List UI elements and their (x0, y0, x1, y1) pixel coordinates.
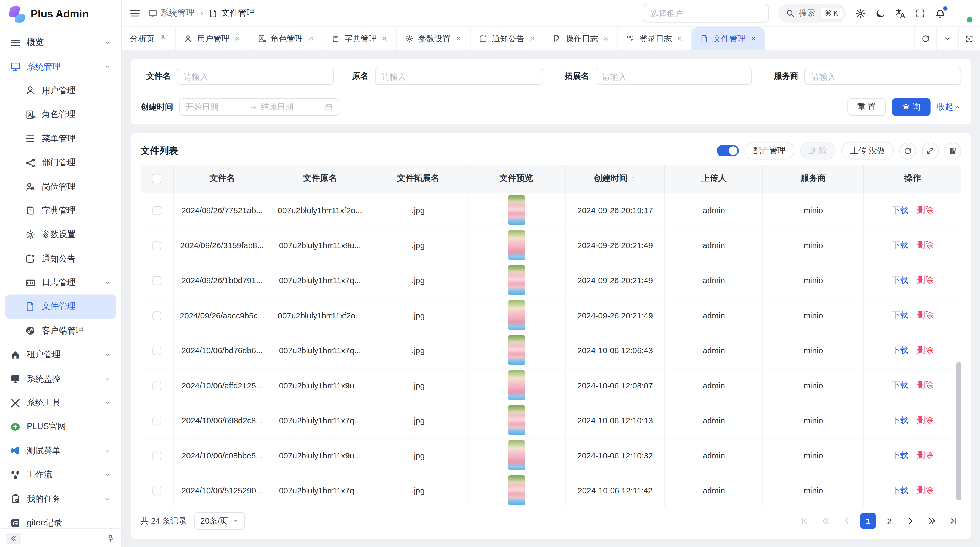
page-button-2[interactable]: 2 (881, 513, 897, 529)
hamburger-icon[interactable] (129, 8, 140, 19)
reset-button[interactable]: 重 置 (848, 98, 886, 115)
download-link[interactable]: 下载 (892, 450, 908, 459)
download-link[interactable]: 下载 (892, 485, 908, 495)
download-link[interactable]: 下载 (892, 205, 908, 214)
close-icon[interactable] (750, 35, 757, 42)
tab-fullscreen-button[interactable] (958, 27, 980, 50)
close-icon[interactable] (529, 35, 535, 42)
filter-input-orig-name[interactable] (375, 67, 543, 85)
breadcrumb-section[interactable]: 系统管理 (148, 8, 194, 19)
sidebar-item-dept-mgmt[interactable]: 部门管理 (5, 151, 116, 175)
collapse-filter-link[interactable]: 收起 (937, 101, 961, 113)
upload-button[interactable]: 上传 没做 (842, 142, 894, 159)
row-checkbox[interactable] (153, 276, 161, 285)
row-checkbox[interactable] (153, 451, 161, 460)
download-link[interactable]: 下载 (892, 415, 908, 424)
tab-analysis[interactable]: 分析页 (122, 27, 176, 50)
first-page-button[interactable] (796, 513, 813, 529)
search-button[interactable]: 查 询 (892, 98, 931, 115)
preview-thumbnail[interactable] (508, 265, 525, 295)
tab-oplog[interactable]: 操作日志 (544, 27, 618, 50)
delete-link[interactable]: 删除 (917, 345, 933, 354)
sidebar-item-client-mgmt[interactable]: 客户端管理 (5, 319, 116, 343)
row-checkbox[interactable] (153, 416, 161, 425)
close-icon[interactable] (308, 35, 314, 42)
close-icon[interactable] (603, 35, 609, 42)
user-avatar[interactable] (955, 5, 972, 22)
sidebar-item-post-mgmt[interactable]: 岗位管理 (5, 175, 116, 199)
page-button-1[interactable]: 1 (860, 513, 876, 529)
sidebar-collapse-button[interactable] (6, 533, 21, 544)
tenant-select-input[interactable] (644, 4, 768, 22)
sidebar-item-log-mgmt[interactable]: 日志管理 (5, 271, 116, 295)
sidebar-item-file-mgmt[interactable]: 文件管理 (5, 295, 116, 319)
breadcrumb-page[interactable]: 文件管理 (209, 8, 255, 19)
filter-input-ext-name[interactable] (595, 67, 752, 85)
sidebar-item-param-config[interactable]: 参数设置 (5, 223, 116, 247)
select-all-checkbox[interactable] (152, 174, 161, 183)
table-expand-button[interactable] (922, 142, 939, 159)
page-size-select[interactable]: 20条/页 (194, 512, 245, 529)
row-checkbox[interactable] (153, 241, 161, 250)
next-5-pages-button[interactable] (924, 513, 940, 529)
column-settings-button[interactable] (944, 142, 961, 159)
sidebar-item-test-menu[interactable]: 测试菜单 (5, 439, 116, 463)
delete-link[interactable]: 删除 (917, 310, 933, 319)
tab-user[interactable]: 用户管理 (176, 27, 249, 50)
row-checkbox[interactable] (153, 346, 161, 355)
delete-link[interactable]: 删除 (917, 275, 933, 284)
sidebar-item-gitee-log[interactable]: gitee记录 (5, 511, 116, 528)
delete-link[interactable]: 删除 (917, 415, 933, 424)
delete-link[interactable]: 删除 (917, 380, 933, 389)
preview-thumbnail[interactable] (508, 300, 525, 330)
download-link[interactable]: 下载 (892, 275, 908, 284)
sidebar-item-overview[interactable]: 概览 (5, 31, 116, 55)
search-panel-toggle[interactable] (717, 145, 738, 156)
sort-icon[interactable] (630, 174, 636, 184)
close-icon[interactable] (381, 35, 388, 42)
delete-link[interactable]: 删除 (917, 450, 933, 459)
delete-link[interactable]: 删除 (917, 205, 933, 214)
preview-thumbnail[interactable] (508, 335, 525, 365)
tab-param[interactable]: 参数设置 (397, 27, 471, 50)
preview-thumbnail[interactable] (508, 475, 525, 506)
sidebar-item-plus-site[interactable]: PLUS官网 (5, 415, 116, 439)
download-link[interactable]: 下载 (892, 310, 908, 319)
prev-5-pages-button[interactable] (818, 513, 834, 529)
tab-dict[interactable]: 字典管理 (323, 27, 397, 50)
filter-input-provider[interactable] (804, 67, 961, 85)
scrollbar-thumb[interactable] (956, 362, 961, 501)
sidebar-item-dict-mgmt[interactable]: 字典管理 (5, 199, 116, 223)
notifications-bell-icon[interactable] (935, 8, 946, 19)
close-icon[interactable] (455, 35, 462, 42)
filter-input-file-name[interactable] (177, 67, 334, 85)
download-link[interactable]: 下载 (892, 345, 908, 354)
sidebar-item-sys-tools[interactable]: 系统工具 (5, 391, 116, 415)
download-link[interactable]: 下载 (892, 380, 908, 389)
sidebar-item-tenant-mgmt[interactable]: 租户管理 (5, 343, 116, 367)
sidebar-pin-icon[interactable] (106, 534, 115, 543)
row-checkbox[interactable] (153, 381, 161, 390)
close-icon[interactable] (676, 35, 683, 42)
preview-thumbnail[interactable] (508, 370, 525, 400)
sidebar-item-sys-monitor[interactable]: 系统监控 (5, 367, 116, 391)
sidebar-item-user-mgmt[interactable]: 用户管理 (5, 79, 116, 103)
date-range-picker[interactable]: 开始日期 结束日期 (180, 98, 339, 115)
row-checkbox[interactable] (153, 486, 161, 495)
download-link[interactable]: 下载 (892, 240, 908, 250)
tab-notice[interactable]: 通知公告 (471, 27, 544, 50)
preview-thumbnail[interactable] (508, 440, 525, 470)
prev-page-button[interactable] (839, 513, 855, 529)
tab-menu-button[interactable] (936, 27, 958, 50)
dark-mode-moon-icon[interactable] (875, 8, 886, 19)
last-page-button[interactable] (945, 513, 961, 529)
config-manage-button[interactable]: 配置管理 (744, 142, 794, 159)
sidebar-item-my-tasks[interactable]: 我的任务 (5, 487, 116, 511)
sidebar-item-system-mgmt[interactable]: 系统管理 (5, 55, 116, 79)
row-checkbox[interactable] (153, 311, 161, 320)
tab-refresh-button[interactable] (915, 27, 936, 50)
next-page-button[interactable] (902, 513, 919, 529)
language-translate-icon[interactable] (895, 8, 906, 19)
table-refresh-button[interactable] (899, 142, 916, 159)
sidebar-item-menu-mgmt[interactable]: 菜单管理 (5, 127, 116, 151)
